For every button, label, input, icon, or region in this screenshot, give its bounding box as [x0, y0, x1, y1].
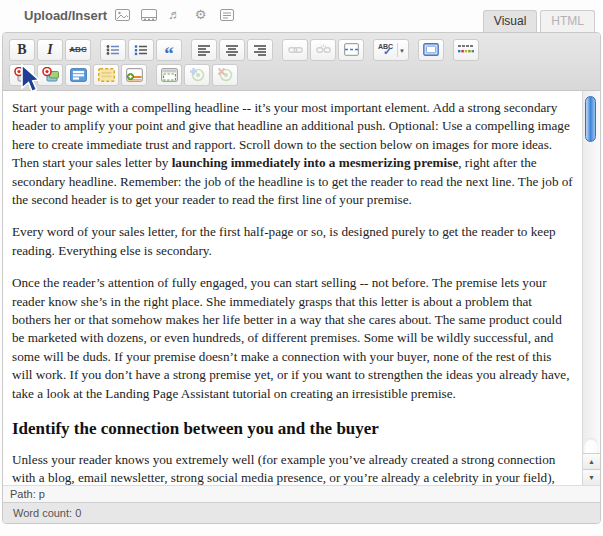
- remove-target-icon: [217, 67, 233, 82]
- scroll-up-button[interactable]: ▲: [583, 453, 600, 469]
- fullscreen-icon: [423, 43, 439, 56]
- premise-add-target-button[interactable]: [184, 64, 210, 86]
- scrollbar[interactable]: ▲ ▼: [582, 91, 600, 485]
- content-wrap: Start your page with a compelling headli…: [3, 91, 600, 485]
- kitchen-sink-button[interactable]: [453, 39, 479, 61]
- blockquote-icon: “: [164, 50, 174, 58]
- link-icon: [288, 45, 303, 55]
- path-label: Path: p: [10, 488, 45, 500]
- add-media-icon[interactable]: ⚙: [192, 7, 209, 22]
- bold-button[interactable]: B: [9, 39, 35, 61]
- upload-insert-label: Upload/Insert: [24, 8, 107, 23]
- target-box-icon: [14, 67, 31, 82]
- strikethrough-icon: ABC: [69, 45, 86, 54]
- form-icon: [70, 68, 87, 82]
- wordpress-editor: Upload/Insert ♬ ⚙ Visual HTML B I ABC: [0, 0, 603, 536]
- kitchen-sink-icon: [458, 44, 474, 55]
- premise-remove-target-button[interactable]: [212, 64, 238, 86]
- add-video-icon[interactable]: [140, 7, 157, 22]
- toolbar-row-2: [9, 62, 600, 87]
- ordered-list-button[interactable]: [128, 39, 154, 61]
- strikethrough-button[interactable]: ABC: [65, 39, 91, 61]
- toolbar-row-1: B I ABC “: [9, 37, 600, 62]
- editor-tabs: Visual HTML: [480, 10, 595, 32]
- premise-insert-image-section-button[interactable]: [121, 64, 147, 86]
- insert-more-tag-button[interactable]: [338, 39, 364, 61]
- bold-text: launching immediately into a mesmerizing…: [172, 155, 459, 170]
- blockquote-button[interactable]: “: [156, 39, 182, 61]
- paragraph-2: Every word of your sales letter, for the…: [12, 223, 574, 260]
- link-button[interactable]: [282, 39, 308, 61]
- table-icon: [161, 68, 178, 82]
- premise-insert-table-button[interactable]: [156, 64, 182, 86]
- scrollbar-thumb[interactable]: [585, 96, 596, 142]
- add-image-icon[interactable]: [114, 7, 131, 22]
- premise-insert-target-box-button[interactable]: [9, 64, 35, 86]
- premise-insert-form-button[interactable]: [65, 64, 91, 86]
- italic-button[interactable]: I: [37, 39, 63, 61]
- editor-toolbar: B I ABC “: [3, 33, 600, 91]
- editor-box: B I ABC “: [2, 32, 601, 524]
- align-right-button[interactable]: [247, 39, 273, 61]
- add-audio-icon[interactable]: ♬: [166, 7, 183, 22]
- path-statusbar: Path: p: [3, 485, 600, 502]
- media-icons: ♬ ⚙: [114, 7, 235, 22]
- add-poll-icon[interactable]: [218, 7, 235, 22]
- bullet-list-button[interactable]: [100, 39, 126, 61]
- word-count-bar: Word count: 0: [3, 502, 600, 523]
- more-tag-icon: [344, 43, 359, 56]
- align-center-button[interactable]: [219, 39, 245, 61]
- paragraph-3: Once the reader’s attention of fully eng…: [12, 274, 574, 403]
- bullet-list-icon: [106, 44, 120, 56]
- align-left-button[interactable]: [191, 39, 217, 61]
- tab-visual[interactable]: Visual: [483, 10, 537, 32]
- section-heading: Identify the connection between you and …: [12, 420, 574, 438]
- align-right-icon: [253, 44, 267, 56]
- spellcheck-check-icon: ✓: [383, 45, 392, 58]
- premise-insert-dashed-box-button[interactable]: [93, 64, 119, 86]
- tab-html[interactable]: HTML: [540, 10, 595, 32]
- image-section-icon: [126, 68, 143, 82]
- target-pages-icon: [42, 67, 59, 82]
- unlink-button[interactable]: [310, 39, 336, 61]
- align-left-icon: [197, 44, 211, 56]
- spellcheck-button[interactable]: ABC ✓ ▼: [373, 39, 409, 61]
- paragraph-1: Start your page with a compelling headli…: [12, 99, 574, 209]
- align-center-icon: [225, 44, 239, 56]
- bold-icon: B: [17, 42, 26, 58]
- scroll-down-button[interactable]: ▼: [583, 469, 600, 485]
- fullscreen-button[interactable]: [418, 39, 444, 61]
- ordered-list-icon: [134, 44, 148, 56]
- spellcheck-dropdown-icon[interactable]: ▼: [399, 48, 405, 54]
- unlink-icon: [316, 44, 331, 56]
- dashed-box-icon: [98, 68, 115, 82]
- paragraph-4: Unless your reader knows you extremely w…: [12, 451, 574, 486]
- add-target-icon: [189, 67, 205, 82]
- word-count-label: Word count: 0: [13, 507, 81, 519]
- editor-content[interactable]: Start your page with a compelling headli…: [3, 91, 582, 485]
- italic-icon: I: [47, 42, 52, 58]
- premise-insert-target-pages-button[interactable]: [37, 64, 63, 86]
